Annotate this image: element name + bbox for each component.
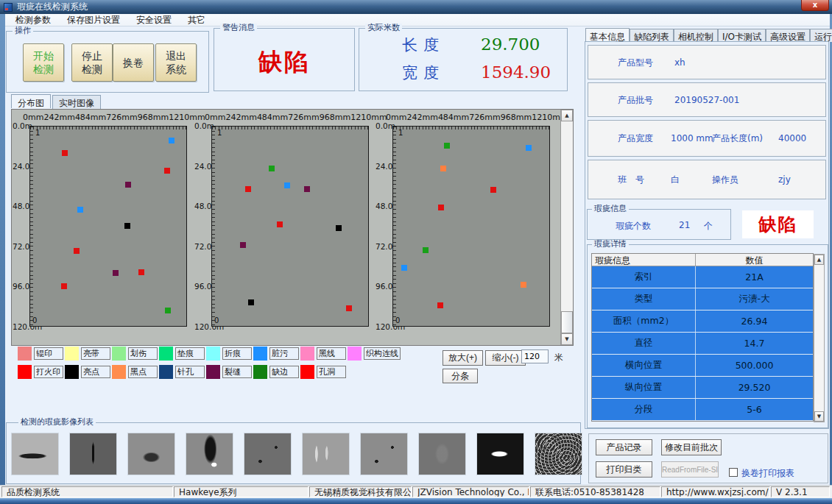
legend-item: 缺边 <box>253 365 300 379</box>
plots-scrollbar[interactable]: ▲▼ <box>560 110 573 345</box>
tab-defect-list[interactable]: 缺陷列表 <box>630 29 674 42</box>
start-detect-button[interactable]: 开始检测 <box>23 43 64 82</box>
meters-group-label: 实际米数 <box>365 24 402 32</box>
menu-item[interactable]: 安全设置 <box>128 14 180 26</box>
menu-item[interactable]: 保存图片设置 <box>59 14 128 26</box>
defect-info-group-label: 瑕疵信息 <box>592 205 629 213</box>
detail-cell-value: 污渍-大 <box>696 288 813 310</box>
tab-io-card-test[interactable]: I/O卡测试 <box>718 29 766 42</box>
x-axis-tick-label: 484mm <box>257 113 288 122</box>
defect-point <box>277 221 283 227</box>
modify-batch-button[interactable]: 修改目前批次 <box>661 439 722 455</box>
detail-table-row[interactable]: 类型污渍-大 <box>592 288 813 310</box>
menu-item[interactable]: 其它 <box>180 14 214 26</box>
legend-label: 垫痕 <box>175 347 205 360</box>
detail-cell-value: 26.94 <box>696 310 813 332</box>
scroll-up-icon[interactable]: ▲ <box>814 255 824 265</box>
x-axis-tick-label: 968mm <box>320 113 350 122</box>
legend-color-swatch <box>159 365 173 379</box>
zoom-in-button[interactable]: 放大(+) <box>443 350 483 366</box>
detail-cell-name: 分段 <box>592 399 696 420</box>
defect-point <box>77 207 83 213</box>
scatter-plot-block: 0mm242mm484mm726mm968mm1210mm0.0m24.0m48… <box>376 110 558 345</box>
defect-point <box>245 186 251 192</box>
legend-label: 折痕 <box>222 347 252 360</box>
x-axis-tick-label: 968mm <box>501 113 532 122</box>
exit-system-button[interactable]: 退出系统 <box>155 43 197 82</box>
defect-thumbnail[interactable] <box>244 433 292 475</box>
scroll-down-icon[interactable]: ▼ <box>814 411 824 422</box>
detail-table-row[interactable]: 横向位置500.000 <box>592 355 813 377</box>
operation-group: 操作 开始检测停止检测换卷退出系统 <box>6 31 209 93</box>
defect-point <box>61 283 67 289</box>
scrollbar-thumb[interactable] <box>561 311 573 333</box>
change-roll-button[interactable]: 换卷 <box>113 43 154 82</box>
tab-distribution-map[interactable]: 分布图 <box>11 94 51 108</box>
status-segment: http://www.wxjzsj.com/ <box>661 486 770 497</box>
meter-row: 长度29.700 <box>359 35 567 60</box>
defect-thumbnail[interactable] <box>535 433 582 475</box>
legend-label: 织构连线 <box>364 347 401 360</box>
taskbar[interactable] <box>0 498 832 504</box>
stop-detect-button[interactable]: 停止检测 <box>71 43 113 82</box>
defect-point <box>164 168 170 174</box>
defect-point <box>284 182 290 188</box>
detail-table-row[interactable]: 纵向位置29.520 <box>592 377 813 399</box>
legend-color-swatch <box>112 365 126 379</box>
print-report-checkbox-label: 换卷打印报表 <box>741 467 794 480</box>
detail-table-row[interactable]: 直径14.7 <box>592 333 813 355</box>
field-label: 产品型号 <box>618 56 653 68</box>
defect-detail-group-label: 瑕疵详情 <box>592 240 629 249</box>
defect-point <box>438 205 444 210</box>
defect-point <box>521 282 526 288</box>
legend-item: 裂缝 <box>206 365 253 379</box>
defect-thumbnail[interactable] <box>186 433 233 475</box>
legend-label: 划伤 <box>128 347 158 360</box>
defect-thumbnail[interactable] <box>69 433 117 475</box>
detail-cell-name: 横向位置 <box>592 355 696 376</box>
defect-thumbnail[interactable] <box>127 433 175 475</box>
defect-thumbnail[interactable] <box>302 433 350 475</box>
menu-item[interactable]: 检测参数 <box>7 14 59 26</box>
tab-camera-control[interactable]: 相机控制 <box>674 29 718 42</box>
product-info-row: 班 号白操作员zjy <box>588 160 826 199</box>
detail-table-scrollbar[interactable]: ▲ ▼ <box>814 254 825 422</box>
detail-table-header: 瑕疵信息 数值 <box>592 254 813 266</box>
legend-label: 缺边 <box>269 366 299 378</box>
detail-cell-value: 5-6 <box>696 399 813 420</box>
close-button[interactable]: x <box>801 0 829 11</box>
legend-color-swatch <box>253 365 267 379</box>
detail-header-name: 瑕疵信息 <box>592 254 696 266</box>
zoom-out-button[interactable]: 缩小(-) <box>485 350 526 366</box>
defect-point <box>437 302 443 308</box>
product-record-button[interactable]: 产品记录 <box>596 439 652 455</box>
tab-running-status[interactable]: 运行状态信息 <box>810 29 832 42</box>
tab-realtime-image[interactable]: 实时图像 <box>52 95 101 109</box>
legend-label: 脏污 <box>269 347 299 360</box>
detail-table-row[interactable]: 分段5-6 <box>592 399 813 421</box>
defect-thumbnail[interactable] <box>360 433 408 475</box>
scroll-down-icon[interactable]: ▼ <box>561 333 573 345</box>
defect-thumbnail[interactable] <box>476 433 524 475</box>
x-axis-tick-label: 484mm <box>438 113 469 122</box>
legend-label: 亮点 <box>81 366 110 378</box>
detail-table-row[interactable]: 面积（mm2）26.94 <box>592 310 813 333</box>
legend-item: 脏污 <box>253 347 300 361</box>
print-classify-button[interactable]: 打印归类 <box>596 461 652 478</box>
detail-table-row[interactable]: 索引21A <box>592 266 813 288</box>
scroll-up-icon[interactable]: ▲ <box>561 110 573 121</box>
meter-range-input[interactable] <box>521 349 549 363</box>
split-button[interactable]: 分条 <box>443 369 478 383</box>
tab-advanced-settings[interactable]: 高级设置 <box>766 29 810 42</box>
defect-thumbnail[interactable] <box>11 433 59 475</box>
scatter-plot: 10 <box>392 126 550 327</box>
defect-point <box>124 223 130 229</box>
legend-item: 黑点 <box>112 365 159 379</box>
x-axis-tick-label: 726mm <box>469 113 500 122</box>
field-value: zjy <box>778 174 791 185</box>
print-report-checkbox[interactable] <box>729 468 738 477</box>
x-axis-tick-label: 242mm <box>225 113 256 122</box>
tab-basic-info[interactable]: 基本信息 <box>585 28 630 41</box>
defect-thumbnail[interactable] <box>418 433 466 475</box>
detail-cell-value: 14.7 <box>696 333 813 354</box>
